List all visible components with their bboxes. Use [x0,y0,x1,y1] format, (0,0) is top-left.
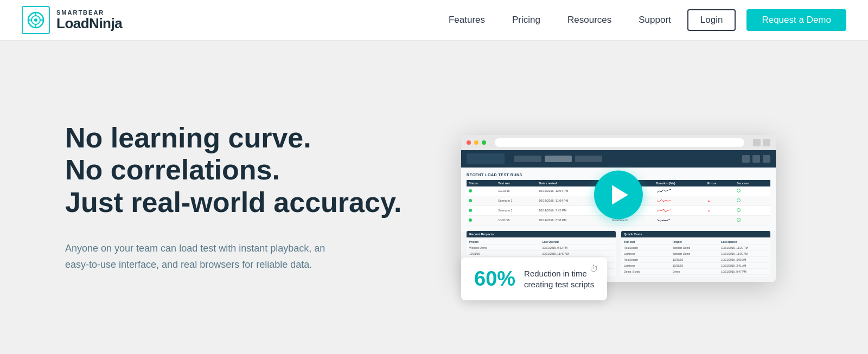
success-indicator [737,218,741,222]
stat-card: 60% Reduction in time creating test scri… [461,258,607,300]
hero-subtext: Anyone on your team can load test with i… [65,241,347,273]
stat-line2: creating test scripts [524,279,594,290]
hero-right: Recent Load Test Runs Status Test run Da… [434,83,803,311]
col-success: Success [735,180,770,186]
stat-line1: Reduction in time [524,268,594,279]
success-indicator [737,208,741,212]
browser-icon2 [763,139,770,146]
stat-description: Reduction in time creating test scripts [524,268,594,289]
tests-col: Quick Tests Test tool Project Last opene… [621,231,770,276]
app-header [461,150,776,168]
loadninja-label: LoadNinja [56,16,122,31]
mini-row: 10/31/16 10/31/2016, 11:40 AM [468,251,614,257]
logo-icon [22,6,50,34]
browser-url-bar [495,138,744,147]
mini-row: Lightyear 10/31/16 10/31/2016, 3:41 AM [623,263,769,269]
status-indicator [469,218,472,222]
col-errors: Errors [705,180,735,186]
app-nav-item3 [575,156,602,162]
tests-body: Test tool Project Last opened RealSearch… [621,237,770,276]
smartbear-label: SMARTBEAR [56,9,122,16]
browser-icon1 [753,139,761,146]
demo-button[interactable]: Request a Demo [746,9,846,31]
mini-row: Website Demo 10/31/2016, 9:22 PM [468,245,614,251]
col-duration: Duration (Ms) [654,180,705,186]
site-header: SMARTBEAR LoadNinja Features Pricing Res… [0,0,868,41]
col-testrun: Test run [496,180,537,186]
mini-row: Project Last Opened [468,239,614,245]
col-status: Status [467,180,496,186]
main-nav: Features Pricing Resources Support Login… [438,9,846,31]
browser-bar [461,135,776,150]
app-nav [514,156,602,162]
browser-close-dot [467,140,471,145]
headline-line2: No correlations. [65,154,434,186]
browser-minimize-dot [474,140,478,145]
tests-header: Quick Tests [621,231,770,237]
app-icon3 [763,155,770,163]
nav-resources[interactable]: Resources [557,10,622,30]
nav-pricing[interactable]: Pricing [501,10,551,30]
hero-headline: No learning curve. No correlations. Just… [65,122,434,219]
nav-support[interactable]: Support [628,10,682,30]
play-icon [612,185,628,205]
logo[interactable]: SMARTBEAR LoadNinja [22,6,122,34]
svg-point-2 [34,18,37,22]
mini-row: Test tool Project Last opened [623,239,769,245]
browser-maximize-dot [482,140,486,145]
projects-header: Recent Projects [467,231,616,237]
app-right-icons [742,155,770,163]
mini-row: RealSearch 10/31/16 10/21/2016, 3:00 AM [623,257,769,263]
mini-row: Lightyear Website Demo 10/31/2016, 11:00… [623,251,769,257]
app-logo [467,153,505,164]
headline-line3: Just real-world accuracy. [65,186,434,219]
nav-features[interactable]: Features [438,10,496,30]
app-icon1 [742,155,750,163]
success-indicator [737,189,741,192]
logo-text: SMARTBEAR LoadNinja [56,9,122,31]
app-nav-item2 [545,156,572,162]
hero-left: No learning curve. No correlations. Just… [65,122,434,273]
login-button[interactable]: Login [687,9,736,31]
mini-row: RealSearch Website Demo 10/31/2016, 11:2… [623,245,769,251]
play-button[interactable] [594,171,643,220]
stat-percent: 60% [474,267,515,291]
status-indicator [469,189,472,192]
status-indicator [469,199,472,202]
mini-row: Demo_Script Demo 10/31/2016, 8:47 PM [623,269,769,275]
app-icon2 [752,155,760,163]
status-indicator [469,209,472,212]
hero-section: No learning curve. No correlations. Just… [0,41,868,354]
timer-icon: ⏱ [590,264,598,274]
headline-line1: No learning curve. [65,122,434,155]
success-indicator [737,198,741,202]
app-nav-item1 [514,156,541,162]
